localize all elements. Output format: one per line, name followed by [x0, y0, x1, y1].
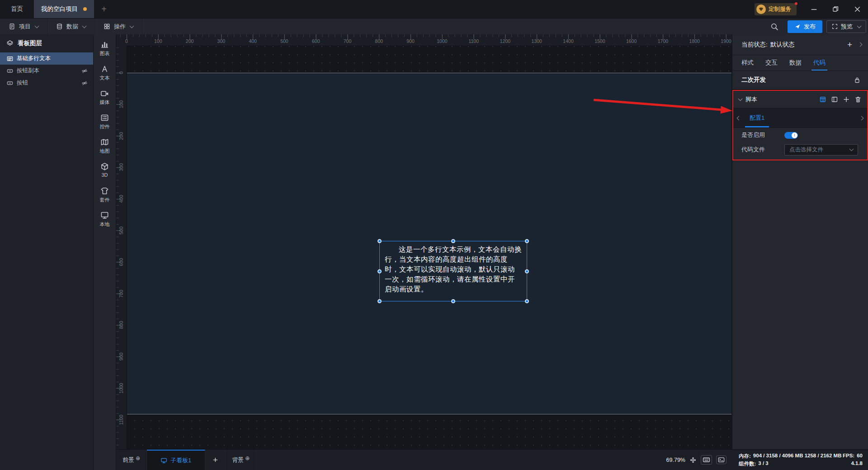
card-view-icon[interactable] — [831, 96, 838, 103]
selected-text-component[interactable]: 这是一个多行文本示例，文本会自动换行，当文本内容的高度超出组件的高度时，文本可以… — [379, 241, 527, 301]
custom-service-label: 定制服务 — [769, 5, 791, 13]
tool-item-套件[interactable]: 套件 — [94, 187, 116, 211]
menu-item-操作[interactable]: 操作 — [95, 19, 142, 34]
multiline-text-content: 这是一个多行文本示例，文本会自动换行，当文本内容的高度超出组件的高度时，文本可以… — [380, 241, 527, 294]
inspector-tabs: 样式交互数据代码 — [732, 55, 868, 71]
bottom-bar: 前景 ⊕ 子看板1 + 背景 ⊕ 69.79% — [116, 449, 868, 470]
visibility-toggle[interactable] — [81, 80, 88, 86]
collapse-icon[interactable] — [738, 97, 743, 101]
restore-button[interactable] — [825, 0, 846, 18]
toggle-knob — [792, 132, 797, 138]
tool-item-3D[interactable]: 3D — [94, 162, 116, 187]
right-wrap: 这是一个多行文本示例，文本会自动换行，当文本内容的高度超出组件的高度时，文本可以… — [116, 34, 868, 470]
dashboard-board[interactable]: 这是一个多行文本示例，文本会自动换行，当文本内容的高度超出组件的高度时，文本可以… — [127, 73, 731, 414]
background-button[interactable]: 背景 ⊕ — [226, 450, 256, 470]
inspector-tab-交互[interactable]: 交互 — [765, 55, 778, 70]
layer-item[interactable]: 按钮副本 — [0, 65, 93, 77]
menu-item-数据[interactable]: 数据 — [47, 19, 95, 34]
subboard-tab[interactable]: 子看板1 — [147, 450, 205, 470]
background-label: 背景 — [232, 456, 244, 464]
zoom-level: 69.79% — [666, 457, 685, 463]
foreground-button[interactable]: 前景 ⊕ — [116, 450, 147, 470]
enable-label: 是否启用 — [741, 131, 784, 139]
lock-icon[interactable] — [854, 76, 861, 84]
code-file-dropdown[interactable]: 点击选择文件 — [784, 144, 858, 155]
publish-label: 发布 — [804, 23, 816, 31]
layer-item[interactable]: 基础多行文本 — [0, 52, 93, 65]
memory-value: 904 / 3158 / 4096 MB 1258 / 2162 MB — [753, 453, 842, 460]
new-tab-button[interactable]: + — [94, 0, 114, 18]
scroll-right-icon[interactable] — [859, 116, 864, 120]
add-board-button[interactable]: + — [205, 450, 226, 470]
close-button[interactable] — [846, 0, 868, 18]
menubar-right: 发布 预览 — [770, 20, 868, 33]
resize-handle[interactable] — [451, 299, 455, 303]
doc-tab[interactable]: 首页 — [0, 0, 34, 18]
minimize-button[interactable] — [803, 0, 825, 18]
resize-handle[interactable] — [451, 239, 455, 243]
enable-toggle[interactable] — [784, 132, 798, 139]
add-config-button[interactable] — [843, 96, 850, 103]
inspector-tab-数据[interactable]: 数据 — [789, 55, 802, 70]
status-line-memory: 内存: 904 / 3158 / 4096 MB 1258 / 2162 MB … — [739, 453, 863, 460]
resize-handle[interactable] — [525, 239, 529, 243]
custom-service-badge[interactable]: 定制服务 — [755, 3, 797, 15]
grid-icon — [104, 23, 110, 30]
tool-item-图表[interactable]: 图表 — [94, 40, 116, 65]
layers-panel-header: 看板图层 — [0, 34, 93, 52]
board-icon — [160, 457, 167, 464]
foreground-label: 前景 — [123, 456, 134, 464]
enable-row: 是否启用 — [733, 128, 867, 142]
v-ruler-label: 700 — [118, 286, 124, 302]
publish-button[interactable]: 发布 — [788, 20, 822, 33]
layer-item-label: 按钮副本 — [17, 67, 39, 75]
chevron-down-icon — [130, 24, 134, 28]
tool-item-地图[interactable]: 地图 — [94, 138, 116, 162]
add-state-button[interactable]: + — [847, 40, 852, 50]
top-row: 这是一个多行文本示例，文本会自动换行，当文本内容的高度超出组件的高度时，文本可以… — [116, 34, 868, 449]
h-ruler-label: 1300 — [532, 38, 542, 44]
inspector-tab-代码[interactable]: 代码 — [813, 55, 826, 70]
h-ruler-label: 700 — [344, 38, 352, 44]
table-view-icon[interactable] — [819, 96, 826, 103]
tool-item-文本[interactable]: 文本 — [94, 65, 116, 89]
v-ruler-label: 300 — [118, 159, 124, 175]
layers-icon — [6, 40, 14, 47]
resize-handle[interactable] — [377, 299, 382, 303]
resize-handle[interactable] — [377, 239, 382, 243]
preview-button[interactable]: 预览 — [826, 20, 866, 33]
tool-item-控件[interactable]: 控件 — [94, 113, 116, 138]
chevron-down-icon — [849, 147, 854, 151]
doc-tab[interactable]: 我的空白项目 — [34, 0, 94, 18]
resize-handle[interactable] — [525, 299, 529, 303]
fit-screen-icon[interactable] — [689, 456, 697, 464]
inspector-tab-样式[interactable]: 样式 — [741, 55, 754, 70]
config-tab[interactable]: 配置1 — [748, 108, 766, 127]
search-icon[interactable] — [770, 23, 778, 31]
tool-item-本地[interactable]: 本地 — [94, 211, 116, 235]
visibility-toggle[interactable] — [81, 68, 88, 74]
chevron-right-icon[interactable] — [858, 42, 863, 47]
keyboard-shortcuts-icon[interactable] — [701, 455, 712, 465]
menu-item-项目[interactable]: 项目 — [0, 19, 47, 34]
doc-tab-label: 我的空白项目 — [41, 5, 78, 13]
resize-handle[interactable] — [377, 269, 382, 273]
tool-item-媒体[interactable]: 媒体 — [94, 89, 116, 113]
config-tab-strip: 配置1 — [733, 108, 867, 128]
h-ruler-label: 0 — [125, 38, 128, 44]
code-file-placeholder: 点击选择文件 — [789, 146, 823, 154]
console-icon[interactable] — [716, 456, 726, 464]
delete-config-button[interactable] — [854, 96, 862, 103]
version-number: 4.1.8 — [851, 461, 863, 467]
layer-item[interactable]: 按钮 — [0, 77, 93, 89]
tool-item-label: 3D — [101, 172, 108, 178]
v-ruler-label: 500 — [118, 222, 124, 239]
scroll-left-icon[interactable] — [737, 116, 741, 120]
tool-item-label: 媒体 — [100, 99, 110, 106]
resize-handle[interactable] — [525, 269, 529, 273]
canvas-area[interactable]: 这是一个多行文本示例，文本会自动换行，当文本内容的高度超出组件的高度时，文本可以… — [116, 34, 732, 449]
tool-item-label: 地图 — [100, 148, 110, 155]
circle-plus-icon[interactable]: ⊕ — [245, 455, 250, 461]
circle-plus-icon[interactable]: ⊕ — [136, 455, 140, 461]
h-ruler-label: 800 — [375, 38, 383, 44]
